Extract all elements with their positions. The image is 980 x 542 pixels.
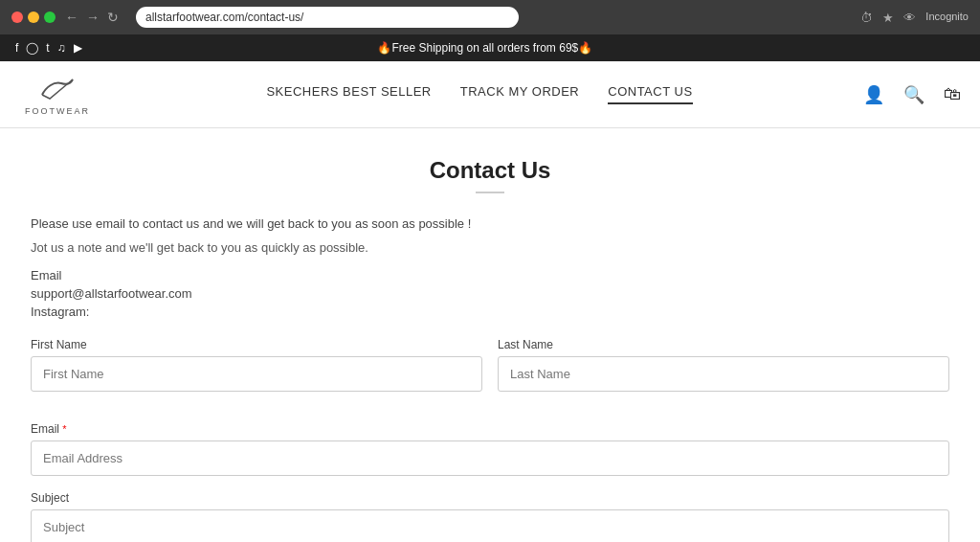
url-text: allstarfootwear.com/contact-us/ [145,11,303,24]
logo-text: FOOTWEAR [25,106,90,116]
social-icons: f ◯ t ♫ ▶ [15,41,82,55]
site-header: FOOTWEAR SKECHERS BEST SELLER TRACK MY O… [0,61,980,128]
contact-form: First Name Last Name Email * Subject You [31,338,949,542]
title-underline [476,192,504,193]
forward-icon[interactable]: → [86,10,100,25]
incognito-label: Incognito [925,11,969,25]
subject-label: Subject [31,491,949,505]
browser-nav: ← → ↻ [65,10,119,25]
promo-bar: 🔥Free Shipping on all orders from 69$🔥 [377,41,592,55]
logo[interactable]: FOOTWEAR [19,74,96,116]
twitter-icon[interactable]: t [46,41,49,55]
nav-skechers[interactable]: SKECHERS BEST SELLER [266,84,431,104]
top-bar: f ◯ t ♫ ▶ 🔥Free Shipping on all orders f… [0,34,980,61]
main-nav: SKECHERS BEST SELLER TRACK MY ORDER CONT… [266,84,692,104]
page-title: Contact Us [31,157,949,184]
promo-text: 🔥Free Shipping on all orders from 69$🔥 [377,41,592,55]
youtube-icon[interactable]: ▶ [74,41,82,55]
browser-right-icons: ⏱ ★ 👁 Incognito [860,11,969,25]
email-input[interactable] [31,440,949,476]
instagram-label: Instagram: [31,305,949,319]
first-name-input[interactable] [31,356,482,392]
cart-icon[interactable]: 🛍 [944,84,961,104]
first-name-group: First Name [31,338,482,392]
subject-input[interactable] [31,509,949,542]
reload-icon[interactable]: ↻ [107,10,119,25]
email-field-label: Email * [31,422,949,436]
last-name-label: Last Name [498,338,949,351]
email-required: * [62,423,66,435]
header-icons: 👤 🔍 🛍 [863,84,961,105]
main-content: Contact Us Please use email to contact u… [11,128,969,542]
dot-maximize[interactable] [44,11,56,23]
account-icon[interactable]: 👤 [863,84,884,105]
subject-group: Subject [31,491,949,542]
nav-contact[interactable]: CONTACT US [608,84,692,104]
incognito-icon: 👁 [903,11,916,25]
cast-icon[interactable]: ⏱ [860,11,873,25]
instagram-icon[interactable]: ◯ [26,41,38,55]
search-icon[interactable]: 🔍 [903,84,924,105]
address-bar[interactable]: allstarfootwear.com/contact-us/ [136,7,519,28]
intro-text: Please use email to contact us and we wi… [31,216,949,231]
jot-text: Jot us a note and we'll get back to you … [31,240,949,255]
browser-dots [11,11,56,23]
email-label: Email [31,268,949,282]
name-row: First Name Last Name [31,338,949,407]
nav-track[interactable]: TRACK MY ORDER [460,84,580,104]
star-icon[interactable]: ★ [882,11,894,25]
last-name-group: Last Name [498,338,949,392]
dot-minimize[interactable] [28,11,39,23]
last-name-input[interactable] [498,356,949,392]
first-name-label: First Name [31,338,482,351]
facebook-icon[interactable]: f [15,41,18,55]
email-value: support@allstarfootwear.com [31,286,949,301]
browser-chrome: ← → ↻ allstarfootwear.com/contact-us/ ⏱ … [0,0,980,34]
tiktok-icon[interactable]: ♫ [57,41,66,55]
logo-icon [40,74,75,106]
email-group: Email * [31,422,949,476]
back-icon[interactable]: ← [65,10,78,25]
dot-close[interactable] [11,11,23,23]
